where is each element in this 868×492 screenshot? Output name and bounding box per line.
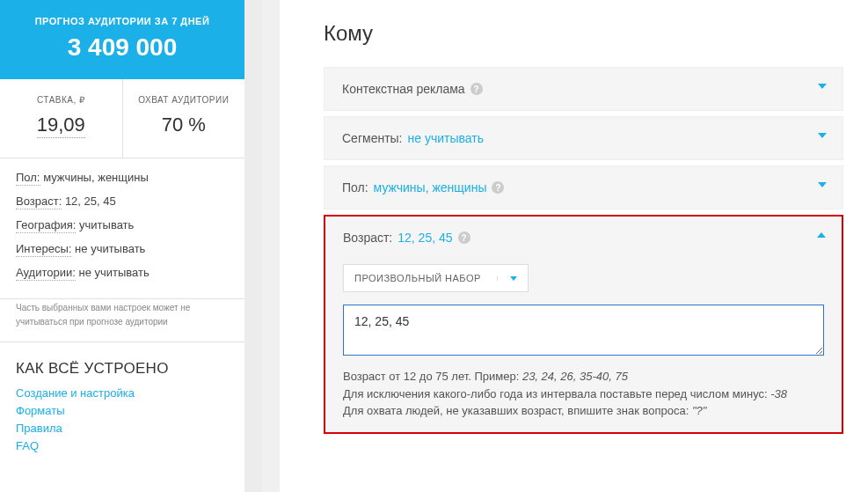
section-context-ads[interactable]: Контекстная реклама ? <box>324 67 843 111</box>
forecast-value: 3 409 000 <box>9 33 236 62</box>
page-title: Кому <box>324 21 843 46</box>
audience-forecast-box: ПРОГНОЗ АУДИТОРИИ ЗА 7 ДНЕЙ 3 409 000 <box>0 0 244 79</box>
stats-row: СТАВКА, ₽ 19,09 ОХВАТ АУДИТОРИИ 70 % <box>0 79 244 158</box>
section-context-label: Контекстная реклама <box>342 82 465 96</box>
chevron-up-icon <box>817 232 826 238</box>
filter-age[interactable]: Возраст: 12, 25, 45 <box>16 195 229 208</box>
section-age-header[interactable]: Возраст: 12, 25, 45 ? <box>325 217 842 259</box>
filter-audiences[interactable]: Аудитории: не учитывать <box>16 266 229 279</box>
section-segments-value: не учитывать <box>408 131 484 145</box>
filter-audiences-value: не учитывать <box>78 266 149 279</box>
filter-geo[interactable]: География: учитывать <box>16 218 229 231</box>
filter-age-key: Возраст: <box>16 195 62 209</box>
link-formats[interactable]: Форматы <box>16 404 229 417</box>
help-icon[interactable]: ? <box>470 83 483 95</box>
help-icon[interactable]: ? <box>458 231 470 244</box>
stat-reach: ОХВАТ АУДИТОРИИ 70 % <box>123 79 245 158</box>
chevron-down-icon <box>510 276 517 281</box>
help-icon[interactable]: ? <box>492 181 504 194</box>
section-age-label: Возраст: <box>343 231 392 245</box>
age-hint: Возраст от 12 до 75 лет. Пример: 23, 24,… <box>343 368 824 420</box>
sidebar: ПРОГНОЗ АУДИТОРИИ ЗА 7 ДНЕЙ 3 409 000 СТ… <box>0 0 244 492</box>
filters-summary: Пол: мужчины, женщины Возраст: 12, 25, 4… <box>0 158 244 299</box>
link-create[interactable]: Создание и настройка <box>16 386 229 400</box>
stat-rate-label: СТАВКА, ₽ <box>9 95 113 105</box>
filter-audiences-key: Аудитории: <box>16 266 76 281</box>
age-mode-dropdown[interactable]: ПРОИЗВОЛЬНЫЙ НАБОР <box>343 264 529 292</box>
how-title: КАК ВСЁ УСТРОЕНО <box>16 360 229 378</box>
section-age: Возраст: 12, 25, 45 ? ПРОИЗВОЛЬНЫЙ НАБОР… <box>324 215 843 434</box>
filter-gender-key: Пол: <box>16 171 40 186</box>
section-segments-label: Сегменты: <box>342 131 403 145</box>
section-gender-value: мужчины, женщины <box>374 180 487 195</box>
filter-interests-value: не учитывать <box>75 242 145 255</box>
section-gender-label: Пол: <box>342 180 368 195</box>
section-gender[interactable]: Пол: мужчины, женщины ? <box>324 165 843 209</box>
filter-age-value: 12, 25, 45 <box>65 195 116 208</box>
section-age-value: 12, 25, 45 <box>398 231 452 245</box>
filter-gender[interactable]: Пол: мужчины, женщины <box>16 171 229 184</box>
dropdown-selected: ПРОИЗВОЛЬНЫЙ НАБОР <box>354 273 481 283</box>
how-it-works: КАК ВСЁ УСТРОЕНО Создание и настройка Фо… <box>0 342 244 474</box>
stat-reach-value: 70 % <box>162 114 206 136</box>
link-rules[interactable]: Правила <box>16 422 229 435</box>
forecast-note: Часть выбранных вами настроек может не у… <box>0 299 244 342</box>
chevron-down-icon <box>818 182 827 187</box>
link-faq[interactable]: FAQ <box>16 439 229 452</box>
filter-interests[interactable]: Интересы: не учитывать <box>16 242 229 255</box>
main-panel: Кому Контекстная реклама ? Сегменты: не … <box>280 0 868 492</box>
stat-rate-value[interactable]: 19,09 <box>37 114 85 138</box>
filter-gender-value: мужчины, женщины <box>43 171 149 184</box>
chevron-down-icon <box>818 133 827 138</box>
stat-rate: СТАВКА, ₽ 19,09 <box>0 79 123 158</box>
filter-geo-value: учитывать <box>79 218 134 231</box>
section-age-body: ПРОИЗВОЛЬНЫЙ НАБОР Возраст от 12 до 75 л… <box>325 259 842 420</box>
section-segments[interactable]: Сегменты: не учитывать <box>324 116 843 160</box>
layout-gap <box>244 0 262 492</box>
age-input[interactable] <box>343 305 824 356</box>
filter-interests-key: Интересы: <box>16 242 71 257</box>
filter-geo-key: География: <box>16 218 76 233</box>
chevron-down-icon <box>818 84 827 89</box>
stat-reach-label: ОХВАТ АУДИТОРИИ <box>132 95 237 105</box>
forecast-label: ПРОГНОЗ АУДИТОРИИ ЗА 7 ДНЕЙ <box>9 16 236 26</box>
